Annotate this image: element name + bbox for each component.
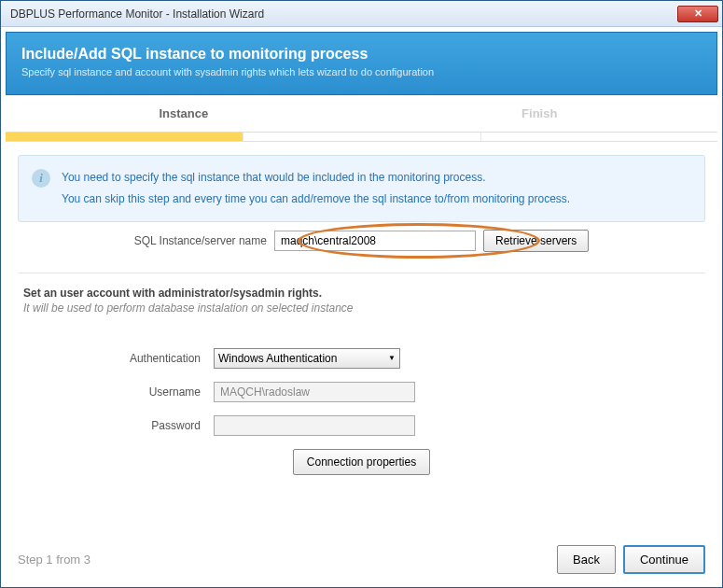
continue-button[interactable]: Continue [623,545,705,574]
username-label: Username [27,385,214,399]
password-label: Password [27,419,214,432]
titlebar: DBPLUS Performance Monitor - Installatio… [1,1,722,27]
server-label: SQL Instance/server name [134,234,267,247]
progress-empty [243,133,480,141]
content-area: i You need to specify the sql instance t… [1,142,722,497]
wizard-window: DBPLUS Performance Monitor - Installatio… [0,0,723,588]
wizard-tabs: Instance Finish [6,95,717,133]
username-row: Username [27,382,696,402]
auth-row: Authentication Windows Authentication ▼ [27,348,696,369]
auth-form: Authentication Windows Authentication ▼ … [18,329,705,484]
step-indicator: Step 1 from 3 [18,553,90,567]
page-subtitle: Specify sql instance and account with sy… [21,66,702,77]
password-row: Password [27,415,696,436]
back-button[interactable]: Back [557,545,616,574]
retrieve-servers-button[interactable]: Retrieve servers [483,230,589,252]
divider [18,273,705,273]
wizard-footer: Step 1 from 3 Back Continue [1,532,722,587]
account-title-bold: Set an user account with administrator/s… [23,287,322,300]
conn-props-row: Connection properties [27,449,696,475]
tab-instance[interactable]: Instance [6,95,362,132]
footer-buttons: Back Continue [557,545,705,574]
progress-filled [6,133,243,141]
account-section-subtitle: It will be used to perform database inst… [23,301,705,315]
info-box: i You need to specify the sql instance t… [18,155,705,222]
connection-properties-button[interactable]: Connection properties [293,449,430,475]
tab-finish: Finish [362,95,718,132]
window-title: DBPLUS Performance Monitor - Installatio… [5,7,677,21]
server-row: SQL Instance/server name Retrieve server… [18,222,705,269]
info-icon: i [32,169,50,188]
progress-bar [6,133,717,142]
header-banner: Include/Add SQL instance to monitoring p… [6,32,717,95]
server-name-input[interactable] [274,231,476,251]
authentication-dropdown[interactable]: Windows Authentication ▼ [214,348,400,369]
username-input [214,382,415,402]
auth-label: Authentication [27,352,214,365]
auth-selected: Windows Authentication [218,352,337,365]
progress-empty [480,133,717,141]
info-line1: You need to specify the sql instance tha… [62,167,570,189]
password-input [214,415,415,436]
close-icon: ✕ [694,7,702,20]
info-text: You need to specify the sql instance tha… [62,167,570,210]
page-title: Include/Add SQL instance to monitoring p… [21,46,702,63]
chevron-down-icon: ▼ [388,354,396,362]
close-button[interactable]: ✕ [677,6,718,22]
info-line2: You can skip this step and every time yo… [62,189,570,210]
account-section-title: Set an user account with administrator/s… [23,287,705,300]
